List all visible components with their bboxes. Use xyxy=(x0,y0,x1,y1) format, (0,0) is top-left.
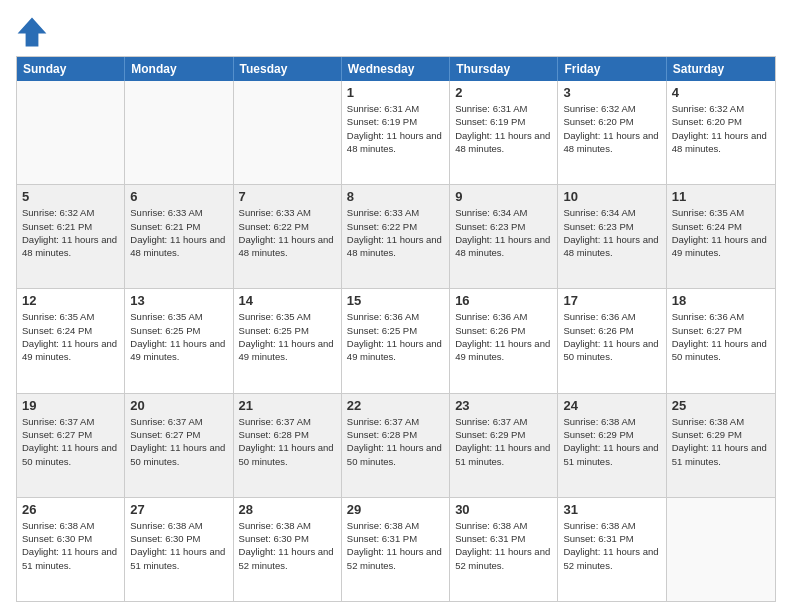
day-number: 13 xyxy=(130,293,227,308)
day-number: 6 xyxy=(130,189,227,204)
day-number: 5 xyxy=(22,189,119,204)
day-number: 9 xyxy=(455,189,552,204)
cell-info: Sunrise: 6:32 AM Sunset: 6:21 PM Dayligh… xyxy=(22,207,117,258)
calendar-cell: 4Sunrise: 6:32 AM Sunset: 6:20 PM Daylig… xyxy=(667,81,775,184)
calendar-cell: 28Sunrise: 6:38 AM Sunset: 6:30 PM Dayli… xyxy=(234,498,342,601)
cell-info: Sunrise: 6:36 AM Sunset: 6:26 PM Dayligh… xyxy=(563,311,658,362)
calendar-cell: 23Sunrise: 6:37 AM Sunset: 6:29 PM Dayli… xyxy=(450,394,558,497)
calendar-cell: 22Sunrise: 6:37 AM Sunset: 6:28 PM Dayli… xyxy=(342,394,450,497)
calendar-row: 1Sunrise: 6:31 AM Sunset: 6:19 PM Daylig… xyxy=(17,81,775,184)
calendar-cell: 3Sunrise: 6:32 AM Sunset: 6:20 PM Daylig… xyxy=(558,81,666,184)
cell-info: Sunrise: 6:38 AM Sunset: 6:29 PM Dayligh… xyxy=(672,416,767,467)
day-number: 30 xyxy=(455,502,552,517)
day-number: 26 xyxy=(22,502,119,517)
day-number: 28 xyxy=(239,502,336,517)
day-number: 7 xyxy=(239,189,336,204)
calendar-row: 26Sunrise: 6:38 AM Sunset: 6:30 PM Dayli… xyxy=(17,497,775,601)
calendar-day-header: Wednesday xyxy=(342,57,450,81)
calendar-cell: 21Sunrise: 6:37 AM Sunset: 6:28 PM Dayli… xyxy=(234,394,342,497)
cell-info: Sunrise: 6:38 AM Sunset: 6:30 PM Dayligh… xyxy=(130,520,225,571)
cell-info: Sunrise: 6:31 AM Sunset: 6:19 PM Dayligh… xyxy=(455,103,550,154)
calendar-cell: 7Sunrise: 6:33 AM Sunset: 6:22 PM Daylig… xyxy=(234,185,342,288)
calendar-cell: 11Sunrise: 6:35 AM Sunset: 6:24 PM Dayli… xyxy=(667,185,775,288)
calendar-cell: 31Sunrise: 6:38 AM Sunset: 6:31 PM Dayli… xyxy=(558,498,666,601)
calendar-cell xyxy=(667,498,775,601)
day-number: 24 xyxy=(563,398,660,413)
calendar-cell: 17Sunrise: 6:36 AM Sunset: 6:26 PM Dayli… xyxy=(558,289,666,392)
calendar-day-header: Thursday xyxy=(450,57,558,81)
calendar-row: 12Sunrise: 6:35 AM Sunset: 6:24 PM Dayli… xyxy=(17,288,775,392)
day-number: 22 xyxy=(347,398,444,413)
cell-info: Sunrise: 6:36 AM Sunset: 6:27 PM Dayligh… xyxy=(672,311,767,362)
calendar-cell: 13Sunrise: 6:35 AM Sunset: 6:25 PM Dayli… xyxy=(125,289,233,392)
cell-info: Sunrise: 6:33 AM Sunset: 6:22 PM Dayligh… xyxy=(347,207,442,258)
cell-info: Sunrise: 6:36 AM Sunset: 6:25 PM Dayligh… xyxy=(347,311,442,362)
day-number: 19 xyxy=(22,398,119,413)
day-number: 15 xyxy=(347,293,444,308)
calendar-cell: 9Sunrise: 6:34 AM Sunset: 6:23 PM Daylig… xyxy=(450,185,558,288)
calendar-cell: 5Sunrise: 6:32 AM Sunset: 6:21 PM Daylig… xyxy=(17,185,125,288)
calendar-cell: 30Sunrise: 6:38 AM Sunset: 6:31 PM Dayli… xyxy=(450,498,558,601)
day-number: 23 xyxy=(455,398,552,413)
cell-info: Sunrise: 6:34 AM Sunset: 6:23 PM Dayligh… xyxy=(455,207,550,258)
day-number: 14 xyxy=(239,293,336,308)
cell-info: Sunrise: 6:37 AM Sunset: 6:29 PM Dayligh… xyxy=(455,416,550,467)
cell-info: Sunrise: 6:33 AM Sunset: 6:22 PM Dayligh… xyxy=(239,207,334,258)
cell-info: Sunrise: 6:32 AM Sunset: 6:20 PM Dayligh… xyxy=(672,103,767,154)
calendar-cell: 6Sunrise: 6:33 AM Sunset: 6:21 PM Daylig… xyxy=(125,185,233,288)
calendar-cell xyxy=(17,81,125,184)
day-number: 18 xyxy=(672,293,770,308)
calendar-cell: 25Sunrise: 6:38 AM Sunset: 6:29 PM Dayli… xyxy=(667,394,775,497)
cell-info: Sunrise: 6:31 AM Sunset: 6:19 PM Dayligh… xyxy=(347,103,442,154)
calendar-row: 19Sunrise: 6:37 AM Sunset: 6:27 PM Dayli… xyxy=(17,393,775,497)
day-number: 8 xyxy=(347,189,444,204)
svg-marker-0 xyxy=(18,18,47,47)
cell-info: Sunrise: 6:34 AM Sunset: 6:23 PM Dayligh… xyxy=(563,207,658,258)
calendar-cell: 24Sunrise: 6:38 AM Sunset: 6:29 PM Dayli… xyxy=(558,394,666,497)
day-number: 17 xyxy=(563,293,660,308)
cell-info: Sunrise: 6:35 AM Sunset: 6:25 PM Dayligh… xyxy=(130,311,225,362)
calendar-cell: 29Sunrise: 6:38 AM Sunset: 6:31 PM Dayli… xyxy=(342,498,450,601)
calendar-cell: 19Sunrise: 6:37 AM Sunset: 6:27 PM Dayli… xyxy=(17,394,125,497)
cell-info: Sunrise: 6:35 AM Sunset: 6:25 PM Dayligh… xyxy=(239,311,334,362)
logo xyxy=(16,16,50,48)
day-number: 12 xyxy=(22,293,119,308)
cell-info: Sunrise: 6:33 AM Sunset: 6:21 PM Dayligh… xyxy=(130,207,225,258)
day-number: 2 xyxy=(455,85,552,100)
calendar-day-header: Tuesday xyxy=(234,57,342,81)
calendar-cell: 18Sunrise: 6:36 AM Sunset: 6:27 PM Dayli… xyxy=(667,289,775,392)
day-number: 25 xyxy=(672,398,770,413)
calendar-cell: 27Sunrise: 6:38 AM Sunset: 6:30 PM Dayli… xyxy=(125,498,233,601)
cell-info: Sunrise: 6:35 AM Sunset: 6:24 PM Dayligh… xyxy=(22,311,117,362)
calendar-body: 1Sunrise: 6:31 AM Sunset: 6:19 PM Daylig… xyxy=(17,81,775,601)
calendar-day-header: Friday xyxy=(558,57,666,81)
cell-info: Sunrise: 6:38 AM Sunset: 6:31 PM Dayligh… xyxy=(347,520,442,571)
calendar-cell: 8Sunrise: 6:33 AM Sunset: 6:22 PM Daylig… xyxy=(342,185,450,288)
day-number: 21 xyxy=(239,398,336,413)
day-number: 29 xyxy=(347,502,444,517)
day-number: 31 xyxy=(563,502,660,517)
cell-info: Sunrise: 6:38 AM Sunset: 6:31 PM Dayligh… xyxy=(455,520,550,571)
calendar-day-header: Sunday xyxy=(17,57,125,81)
cell-info: Sunrise: 6:36 AM Sunset: 6:26 PM Dayligh… xyxy=(455,311,550,362)
calendar: SundayMondayTuesdayWednesdayThursdayFrid… xyxy=(16,56,776,602)
calendar-cell: 15Sunrise: 6:36 AM Sunset: 6:25 PM Dayli… xyxy=(342,289,450,392)
day-number: 10 xyxy=(563,189,660,204)
cell-info: Sunrise: 6:37 AM Sunset: 6:28 PM Dayligh… xyxy=(347,416,442,467)
cell-info: Sunrise: 6:38 AM Sunset: 6:30 PM Dayligh… xyxy=(239,520,334,571)
cell-info: Sunrise: 6:38 AM Sunset: 6:31 PM Dayligh… xyxy=(563,520,658,571)
logo-icon xyxy=(16,16,48,48)
cell-info: Sunrise: 6:37 AM Sunset: 6:28 PM Dayligh… xyxy=(239,416,334,467)
day-number: 1 xyxy=(347,85,444,100)
day-number: 4 xyxy=(672,85,770,100)
calendar-cell: 16Sunrise: 6:36 AM Sunset: 6:26 PM Dayli… xyxy=(450,289,558,392)
cell-info: Sunrise: 6:37 AM Sunset: 6:27 PM Dayligh… xyxy=(130,416,225,467)
calendar-cell xyxy=(125,81,233,184)
cell-info: Sunrise: 6:38 AM Sunset: 6:29 PM Dayligh… xyxy=(563,416,658,467)
calendar-cell: 2Sunrise: 6:31 AM Sunset: 6:19 PM Daylig… xyxy=(450,81,558,184)
day-number: 3 xyxy=(563,85,660,100)
cell-info: Sunrise: 6:32 AM Sunset: 6:20 PM Dayligh… xyxy=(563,103,658,154)
calendar-cell: 10Sunrise: 6:34 AM Sunset: 6:23 PM Dayli… xyxy=(558,185,666,288)
calendar-cell: 14Sunrise: 6:35 AM Sunset: 6:25 PM Dayli… xyxy=(234,289,342,392)
calendar-cell: 26Sunrise: 6:38 AM Sunset: 6:30 PM Dayli… xyxy=(17,498,125,601)
